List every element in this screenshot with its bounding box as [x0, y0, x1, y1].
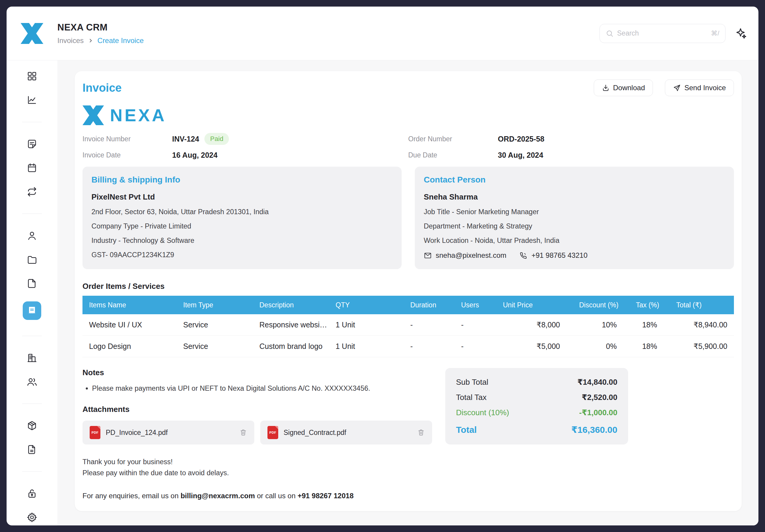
note-icon	[27, 139, 37, 149]
brand-name: NEXA	[110, 105, 167, 125]
item-users: -	[454, 320, 496, 329]
breadcrumb-invoices[interactable]: Invoices	[57, 36, 84, 45]
billing-company-type: Company Type - Private Limited	[91, 222, 392, 230]
package-icon	[27, 420, 37, 431]
sidebar-item-invoices-active[interactable]	[23, 301, 41, 320]
order-number-value: ORD-2025-58	[498, 135, 544, 143]
contact-work-location: Work Location - Noida, Uttar Pradesh, In…	[424, 237, 725, 245]
search-input[interactable]	[617, 29, 707, 37]
enquiry-middle: or call us on	[255, 492, 298, 500]
due-date-label: Due Date	[408, 151, 498, 159]
thank-you-note: Thank you for your business! Please pay …	[83, 456, 734, 478]
item-discount: 10%	[572, 320, 629, 329]
file-icon	[27, 278, 37, 289]
col-total: Total (₹)	[670, 301, 734, 309]
send-icon	[673, 84, 681, 92]
document-icon	[27, 444, 37, 455]
sidebar-item-dashboard[interactable]	[26, 70, 38, 82]
contact-email: sneha@pixelnest.com	[436, 251, 506, 260]
order-number-label: Order Number	[408, 135, 498, 143]
sidebar-item-products[interactable]	[26, 420, 38, 432]
order-items-title: Order Items / Services	[83, 282, 734, 291]
building-icon	[27, 352, 37, 363]
phone-icon	[519, 252, 527, 260]
sidebar-item-sync[interactable]	[26, 186, 38, 198]
sidebar-item-team[interactable]	[26, 376, 38, 388]
folder-icon	[27, 254, 37, 265]
order-items-table: Items Name Item Type Description QTY Dur…	[83, 296, 734, 357]
send-invoice-button[interactable]: Send Invoice	[665, 80, 734, 96]
sidebar-divider	[22, 122, 42, 122]
sidebar-item-projects[interactable]	[26, 254, 38, 266]
item-total: ₹5,900.00	[670, 342, 734, 351]
col-items-name: Items Name	[83, 301, 177, 309]
delete-attachment-icon[interactable]	[239, 429, 247, 436]
invoice-meta: Invoice Number INV-124 Paid Order Number…	[83, 133, 734, 160]
contact-title: Contact Person	[424, 175, 725, 185]
sidebar-item-contacts[interactable]	[26, 230, 38, 242]
discount-label: Discount (10%)	[456, 408, 509, 417]
header-titles: NEXA CRM Invoices Create Invoice	[57, 22, 144, 45]
sidebar-divider	[22, 214, 42, 214]
col-tax: Tax (%)	[629, 301, 670, 309]
col-description: Description	[253, 301, 329, 309]
billing-address: 2nd Floor, Sector 63, Noida, Uttar Prade…	[91, 208, 392, 216]
sidebar-item-company[interactable]	[26, 352, 38, 364]
download-icon	[602, 84, 610, 92]
attachment-chip[interactable]: PDF PD_Invoice_124.pdf	[83, 421, 254, 444]
invoice-brand: NEXA	[83, 105, 734, 125]
invoice-date-value: 16 Aug, 2024	[172, 151, 218, 160]
search-box[interactable]: ⌘/	[599, 24, 726, 43]
sidebar-item-security[interactable]	[26, 487, 38, 499]
col-discount: Discount (%)	[572, 301, 629, 309]
app-title: NEXA CRM	[57, 22, 144, 33]
discount-value: -₹1,000.00	[579, 408, 617, 417]
attachment-name: PD_Invoice_124.pdf	[106, 429, 234, 437]
invoice-number-label: Invoice Number	[83, 135, 172, 143]
main-content: Invoice Download Send Invoice	[57, 60, 758, 525]
sidebar-item-notes[interactable]	[26, 138, 38, 150]
enquiry-phone: +91 98267 12018	[298, 492, 354, 500]
sidebar-divider	[22, 471, 42, 472]
sidebar-item-analytics[interactable]	[26, 94, 38, 106]
item-tax: 18%	[629, 342, 670, 351]
item-discount: 0%	[572, 342, 629, 351]
breadcrumb-create-invoice[interactable]: Create Invoice	[97, 36, 144, 45]
nexa-logo-icon	[83, 106, 104, 125]
item-type: Service	[177, 320, 253, 329]
contact-person-box: Contact Person Sneha Sharma Job Title - …	[415, 167, 734, 269]
sidebar-item-documents[interactable]	[26, 444, 38, 455]
item-name: Website UI / UX	[83, 320, 177, 329]
sidebar-item-settings[interactable]	[26, 511, 38, 523]
download-button-label: Download	[613, 84, 645, 92]
notes-title: Notes	[83, 368, 432, 377]
thanks-line-1: Thank you for your business!	[83, 456, 734, 467]
sidebar-item-files[interactable]	[26, 277, 38, 289]
subtotal-label: Sub Total	[456, 377, 488, 387]
contact-phone: +91 98765 43210	[531, 251, 587, 260]
col-users: Users	[454, 301, 496, 309]
item-users: -	[454, 342, 496, 351]
top-header: NEXA CRM Invoices Create Invoice ⌘/	[7, 7, 758, 60]
status-badge: Paid	[204, 133, 229, 145]
item-type: Service	[177, 342, 253, 351]
item-unit-price: ₹8,000	[496, 320, 572, 329]
receipt-icon	[27, 305, 37, 316]
due-date-value: 30 Aug, 2024	[498, 151, 543, 160]
item-tax: 18%	[629, 320, 670, 329]
billing-title: Billing & shipping Info	[91, 175, 392, 185]
dashboard-grid-icon	[27, 71, 37, 82]
grand-total-value: ₹16,360.00	[571, 424, 617, 435]
ai-assistant-button[interactable]	[735, 27, 747, 40]
subtotal-value: ₹14,840.00	[577, 377, 617, 387]
repeat-icon	[27, 187, 37, 197]
attachment-chip[interactable]: PDF Signed_Contract.pdf	[260, 421, 432, 444]
col-unit-price: Unit Price	[496, 301, 572, 309]
download-button[interactable]: Download	[594, 80, 653, 96]
col-qty: QTY	[329, 301, 404, 309]
attachment-name: Signed_Contract.pdf	[284, 429, 412, 437]
contact-department: Department - Marketing & Strategy	[424, 222, 725, 230]
delete-attachment-icon[interactable]	[417, 429, 425, 436]
invoice-card: Invoice Download Send Invoice	[75, 71, 742, 511]
sidebar-item-calendar[interactable]	[26, 162, 38, 174]
